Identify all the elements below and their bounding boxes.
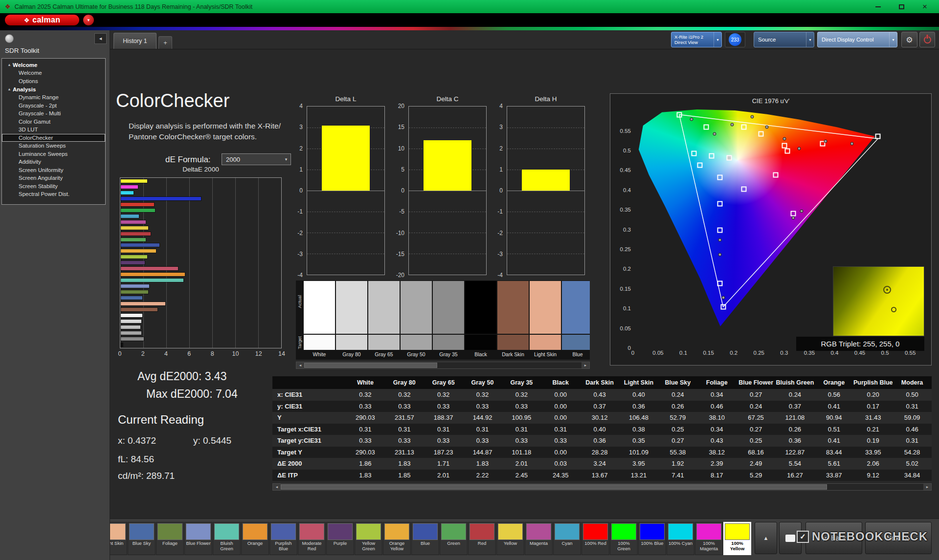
sidebar-item-dynamic-range[interactable]: Dynamic Range: [2, 93, 105, 102]
patch-button-orange[interactable]: Orange: [241, 522, 269, 555]
display-control-label: Direct Display Control: [822, 37, 873, 43]
sidebar-item-saturation-sweeps[interactable]: Saturation Sweeps: [2, 142, 105, 150]
logo-menu-button[interactable]: ▾: [83, 15, 94, 25]
axis-tick-label: 15: [398, 124, 404, 130]
patch-button-purple[interactable]: Purple: [326, 522, 354, 555]
patch-button-blue[interactable]: Blue: [411, 522, 439, 555]
swatch-column-gray-80: Gray 80: [335, 280, 368, 360]
scroll-left-button[interactable]: ◄: [273, 484, 281, 490]
scrollbar-thumb[interactable]: [281, 484, 827, 490]
table-cell: 31.43: [853, 412, 893, 424]
rgb-triplet-tooltip: RGB Triplet: 255, 255, 0: [796, 337, 924, 351]
measured-point: [773, 172, 778, 178]
scroll-right-button[interactable]: ►: [923, 484, 931, 490]
patch-button-purplish-blue[interactable]: Purplish Blue: [269, 522, 297, 555]
display-control-dropdown[interactable]: Direct Display Control ▾: [817, 32, 897, 47]
patch-button-orange-yellow[interactable]: Orange Yellow: [383, 522, 411, 555]
patch-button-red[interactable]: Red: [468, 522, 496, 555]
patch-swatch: [413, 523, 438, 540]
actual-row-label: Actual: [297, 295, 302, 308]
next-button[interactable]: Next »: [865, 522, 932, 554]
collapse-toolbar-button[interactable]: ▲: [755, 522, 777, 554]
axis-tick-label: 4: [164, 350, 168, 357]
minimize-button[interactable]: [873, 2, 882, 11]
sidebar-item-screen-angularity[interactable]: Screen Angularity: [2, 174, 105, 182]
back-button[interactable]: « Back: [805, 522, 862, 554]
sidebar-item-options[interactable]: Options: [2, 77, 105, 86]
add-tab-button[interactable]: +: [158, 36, 172, 49]
settings-button[interactable]: ⚙: [901, 32, 917, 47]
patch-button-green[interactable]: Green: [440, 522, 468, 555]
sidebar-item-additivity[interactable]: Additivity: [2, 158, 105, 166]
patch-button-100-blue[interactable]: 100% Blue: [638, 522, 666, 555]
sidebar-item-screen-stability[interactable]: Screen Stability: [2, 182, 105, 191]
table-cell: 0.36: [776, 435, 815, 447]
sidebar-item-screen-uniformity[interactable]: Screen Uniformity: [2, 166, 105, 174]
table-cell: 0.51: [814, 424, 853, 435]
patch-button-100-green[interactable]: 100% Green: [610, 522, 638, 555]
patch-button-blue-sky[interactable]: Blue Sky: [128, 522, 156, 555]
reading-y-value: y: 0.5445: [193, 435, 231, 446]
swatch-label: Gray 80: [336, 350, 367, 359]
sidebar-item-color-gamut[interactable]: Color Gamut: [2, 118, 105, 126]
cie-xlabels: 00.050.10.150.20.250.30.350.40.450.50.55: [633, 350, 924, 357]
close-button[interactable]: ×: [920, 2, 929, 11]
sidebar-item-3d-lut[interactable]: 3D LUT: [2, 126, 105, 134]
sidebar-item-luminance-sweeps[interactable]: Luminance Sweeps: [2, 150, 105, 158]
table-row-label: Y: [272, 412, 346, 424]
table-cell: 290.03: [346, 412, 385, 424]
patch-button-cyan[interactable]: Cyan: [553, 522, 581, 555]
pattern-window-button[interactable]: [779, 522, 802, 554]
patch-button-yellow[interactable]: Yellow: [496, 522, 524, 555]
patch-button-100-red[interactable]: 100% Red: [581, 522, 609, 555]
scroll-left-button[interactable]: ◄: [296, 362, 304, 368]
patch-button-moderate-red[interactable]: Moderate Red: [298, 522, 326, 555]
maximize-button[interactable]: [897, 2, 906, 11]
table-header-blue-flower: Blue Flower: [737, 376, 776, 389]
table-cell: 0.37: [776, 401, 815, 412]
sidebar-item-grayscale-2pt[interactable]: Grayscale - 2pt: [2, 102, 105, 110]
swatch-label: Black: [465, 350, 496, 359]
patch-button-100-magenta[interactable]: 100% Magenta: [695, 522, 723, 555]
swatch-column-gray-35: Gray 35: [432, 280, 465, 360]
axis-tick-label: 3: [499, 124, 503, 130]
table-cell: 0.41: [814, 401, 853, 412]
patch-button-yellow-green[interactable]: Yellow Green: [355, 522, 382, 555]
table-cell: 0.32: [424, 389, 463, 401]
table-cell: 0.36: [619, 401, 658, 412]
tree-section-welcome[interactable]: ▴Welcome: [2, 61, 105, 69]
sidebar-handle-button[interactable]: [5, 34, 14, 43]
scrollbar-thumb[interactable]: [304, 363, 437, 368]
source-dropdown[interactable]: Source ▾: [754, 32, 814, 47]
page-description: Display analysis is performed with the X…: [129, 121, 281, 142]
tab-history-1[interactable]: History 1: [113, 33, 156, 49]
sidebar-item-colorchecker[interactable]: ColorChecker: [2, 134, 105, 142]
sidebar-item-grayscale-multi[interactable]: Grayscale - Multi: [2, 109, 105, 118]
table-cell: 0.33: [385, 435, 424, 447]
sidebar-item-welcome[interactable]: Welcome: [2, 69, 105, 77]
table-cell: 55.38: [658, 447, 697, 458]
table-cell: 30.12: [580, 412, 619, 424]
de-formula-dropdown[interactable]: 2000 ▾: [222, 153, 291, 165]
patch-button-foliage[interactable]: Foliage: [156, 522, 184, 555]
deltae-bar-gray-35: [121, 337, 144, 341]
axis-tick-label: 0.55: [620, 128, 631, 134]
meter-dropdown[interactable]: X-Rite i1Pro 2 Direct View ▾: [671, 32, 722, 47]
power-button[interactable]: [919, 32, 935, 47]
patch-button-light-skin[interactable]: Light Skin: [110, 522, 127, 555]
patch-button-blue-flower[interactable]: Blue Flower: [184, 522, 212, 555]
patch-button-100-cyan[interactable]: 100% Cyan: [667, 522, 694, 555]
patch-swatch: [441, 523, 466, 540]
table-cell: 0.34: [697, 424, 737, 435]
table-cell: 52.79: [658, 412, 697, 424]
patch-button-100-yellow[interactable]: 100% Yellow: [723, 522, 751, 555]
axis-tick-label: 0.3: [623, 227, 631, 233]
gear-icon: ⚙: [906, 35, 913, 44]
scroll-right-button[interactable]: ►: [581, 362, 589, 368]
patch-button-bluish-green[interactable]: Bluish Green: [213, 522, 241, 555]
axis-tick-label: -1: [297, 208, 303, 215]
tree-section-analysis[interactable]: ▴Analysis: [2, 85, 105, 93]
sidebar-collapse-button[interactable]: ◄: [94, 33, 107, 44]
sidebar-item-spectral-power-dist[interactable]: Spectral Power Dist.: [2, 190, 105, 198]
patch-button-magenta[interactable]: Magenta: [525, 522, 553, 555]
